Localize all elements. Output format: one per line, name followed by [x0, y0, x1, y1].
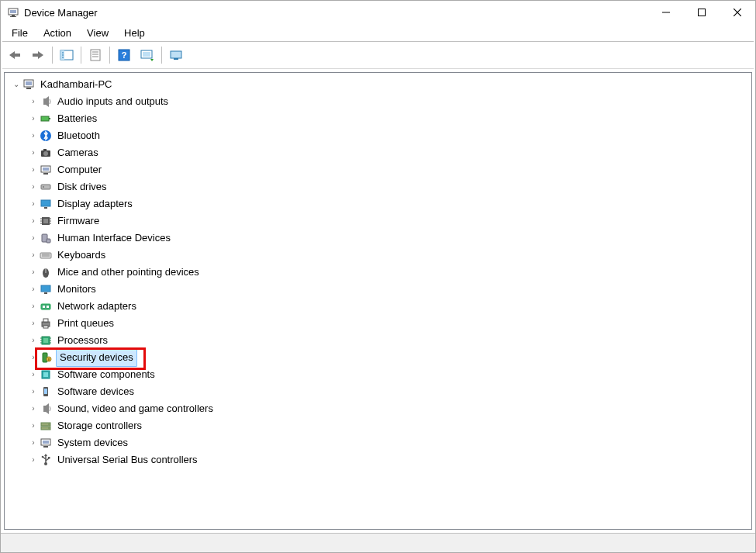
expander-icon[interactable]: › — [28, 281, 39, 298]
expander-icon[interactable]: › — [28, 315, 39, 332]
tree-root[interactable]: ⌄ Kadhambari-PC — [6, 76, 750, 93]
svg-rect-32 — [49, 118, 50, 119]
expander-icon[interactable]: › — [28, 161, 39, 178]
menu-help[interactable]: Help — [118, 26, 151, 40]
expander-icon[interactable]: › — [28, 247, 39, 264]
tree-item-processors[interactable]: ›Processors — [23, 332, 750, 349]
tree-item-label: Disk drives — [56, 178, 109, 195]
svg-marker-23 — [150, 59, 154, 61]
tree-item-diskdrives[interactable]: ›Disk drives — [23, 178, 750, 195]
tree-item-network[interactable]: ›Network adapters — [23, 298, 750, 315]
tree-item-sound[interactable]: ›Sound, video and game controllers — [23, 400, 750, 417]
svg-rect-53 — [47, 239, 50, 243]
tree-item-label: Sound, video and game controllers — [56, 400, 215, 417]
tree-item-keyboards[interactable]: ›Keyboards — [23, 247, 750, 264]
show-hide-tree-button[interactable] — [56, 44, 78, 66]
system-icon — [39, 437, 53, 449]
back-button[interactable] — [4, 44, 26, 66]
toolbar-separator — [109, 47, 110, 64]
tree-item-display[interactable]: ›Display adapters — [23, 195, 750, 213]
expander-icon[interactable]: › — [28, 178, 39, 195]
svg-rect-5 — [699, 9, 706, 16]
device-tree-pane[interactable]: ⌄ Kadhambari-PC ›Audio inputs and output… — [4, 72, 752, 530]
minimize-button[interactable] — [648, 1, 684, 24]
tree-item-swdev[interactable]: ›Software devices — [23, 383, 750, 400]
tree-item-bluetooth[interactable]: ›Bluetooth — [23, 127, 750, 144]
forward-button[interactable] — [27, 44, 49, 66]
tree-item-label: Monitors — [56, 281, 98, 298]
diskdrives-icon — [39, 181, 53, 193]
svg-rect-28 — [26, 88, 31, 89]
svg-rect-89 — [43, 441, 49, 444]
svg-rect-42 — [41, 200, 50, 206]
tree-item-label: Display adapters — [56, 195, 134, 213]
expander-icon[interactable]: › — [28, 213, 39, 230]
svg-rect-1 — [10, 10, 16, 13]
expander-icon[interactable]: › — [28, 110, 39, 127]
expander-icon[interactable]: › — [28, 451, 39, 468]
svg-rect-90 — [43, 446, 48, 448]
menu-bar: File Action View Help — [1, 24, 755, 41]
scan-hardware-button[interactable] — [136, 44, 158, 66]
expander-icon[interactable]: › — [28, 383, 39, 400]
keyboards-icon — [39, 249, 53, 261]
tree-item-computer[interactable]: ›Computer — [23, 161, 750, 178]
menu-action[interactable]: Action — [37, 26, 78, 40]
tree-item-label: Keyboards — [56, 247, 107, 264]
tree-item-usb[interactable]: ›Universal Serial Bus controllers — [23, 451, 750, 468]
svg-marker-30 — [46, 96, 49, 107]
tree-item-label: Storage controllers — [56, 417, 143, 434]
menu-file[interactable]: File — [5, 26, 34, 40]
tree-item-label: Batteries — [56, 110, 98, 127]
tree-item-mice[interactable]: ›Mice and other pointing devices — [23, 264, 750, 281]
properties-button[interactable] — [85, 44, 106, 66]
expander-icon[interactable]: › — [28, 230, 39, 247]
tree-item-security[interactable]: ›Security devices — [23, 349, 750, 366]
batteries-icon — [39, 112, 53, 125]
tree-item-printq[interactable]: ›Print queues — [23, 315, 750, 332]
tree-item-label: Bluetooth — [56, 127, 102, 144]
tree-item-audio[interactable]: ›Audio inputs and outputs — [23, 93, 750, 110]
tree-item-batteries[interactable]: ›Batteries — [23, 110, 750, 127]
svg-rect-59 — [41, 285, 50, 292]
expander-icon[interactable]: › — [28, 195, 39, 213]
tree-item-swcomp[interactable]: ›Software components — [23, 366, 750, 383]
svg-rect-24 — [171, 51, 181, 58]
tree-item-firmware[interactable]: ›Firmware — [23, 213, 750, 230]
expander-icon[interactable]: › — [28, 93, 39, 110]
devices-and-printers-button[interactable] — [165, 44, 187, 66]
expander-icon[interactable]: › — [28, 434, 39, 451]
tree-item-system[interactable]: ›System devices — [23, 434, 750, 451]
computer-icon — [39, 164, 53, 176]
usb-icon — [39, 454, 53, 466]
help-button[interactable]: ? — [113, 44, 135, 66]
swcomp-icon — [39, 368, 53, 381]
tree-item-hid[interactable]: ›Human Interface Devices — [23, 230, 750, 247]
tree-item-label: Mice and other pointing devices — [56, 264, 201, 281]
expander-icon[interactable]: › — [28, 127, 39, 144]
svg-rect-22 — [143, 52, 150, 57]
tree-item-label: Universal Serial Bus controllers — [56, 451, 199, 468]
maximize-button[interactable] — [684, 1, 720, 24]
close-button[interactable] — [720, 1, 755, 24]
processors-icon — [39, 334, 53, 347]
expander-icon[interactable]: ⌄ — [11, 76, 22, 93]
tree-item-storage[interactable]: ›Storage controllers — [23, 417, 750, 434]
expander-icon[interactable]: › — [28, 417, 39, 434]
svg-rect-60 — [44, 292, 47, 294]
svg-rect-82 — [43, 406, 46, 412]
expander-icon[interactable]: › — [28, 264, 39, 281]
expander-icon[interactable]: › — [28, 400, 39, 417]
tree-item-label: Firmware — [56, 213, 101, 230]
expander-icon[interactable]: › — [28, 366, 39, 383]
tree-item-label: Human Interface Devices — [56, 230, 172, 247]
tree-item-cameras[interactable]: ›Cameras — [23, 144, 750, 161]
expander-icon[interactable]: › — [28, 332, 39, 349]
menu-view[interactable]: View — [81, 26, 115, 40]
tree-item-monitors[interactable]: ›Monitors — [23, 281, 750, 298]
storage-icon — [39, 420, 53, 432]
expander-icon[interactable]: › — [28, 144, 39, 161]
expander-icon[interactable]: › — [28, 298, 39, 315]
expander-icon[interactable]: › — [28, 349, 39, 366]
cameras-icon — [39, 147, 53, 159]
